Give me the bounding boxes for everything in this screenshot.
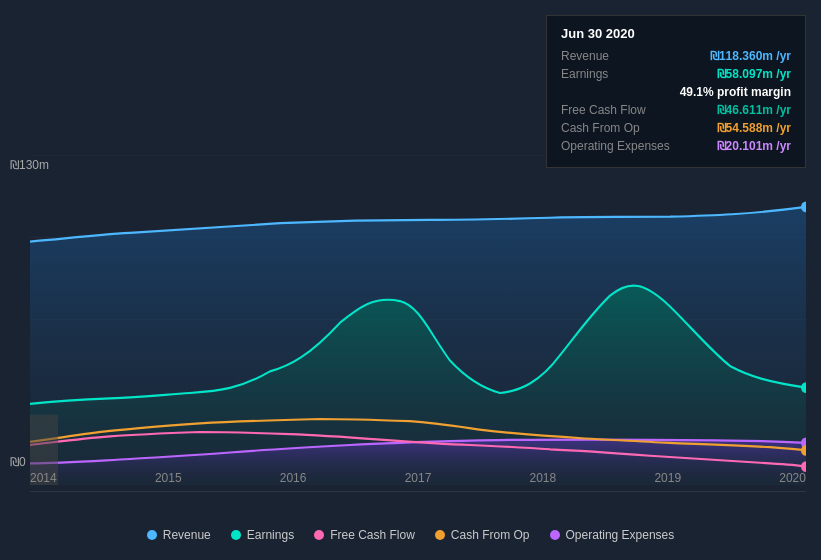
x-label-2016: 2016 bbox=[280, 471, 307, 485]
legend-opex-dot bbox=[550, 530, 560, 540]
tooltip-earnings-label: Earnings bbox=[561, 67, 671, 81]
tooltip-box: Jun 30 2020 Revenue ₪118.360m /yr Earnin… bbox=[546, 15, 806, 168]
x-label-2017: 2017 bbox=[405, 471, 432, 485]
chart-container: Jun 30 2020 Revenue ₪118.360m /yr Earnin… bbox=[0, 0, 821, 560]
tooltip-fcf-value: ₪46.611m /yr bbox=[717, 103, 791, 117]
x-label-2019: 2019 bbox=[654, 471, 681, 485]
tooltip-opex-value: ₪20.101m /yr bbox=[717, 139, 791, 153]
legend-fcf-label: Free Cash Flow bbox=[330, 528, 415, 542]
tooltip-earnings-row: Earnings ₪58.097m /yr bbox=[561, 67, 791, 81]
legend-fcf[interactable]: Free Cash Flow bbox=[314, 528, 415, 542]
y-axis-bottom-label: ₪0 bbox=[10, 455, 26, 469]
legend-earnings[interactable]: Earnings bbox=[231, 528, 294, 542]
tooltip-cashop-row: Cash From Op ₪54.588m /yr bbox=[561, 121, 791, 135]
legend-fcf-dot bbox=[314, 530, 324, 540]
legend-cashop-label: Cash From Op bbox=[451, 528, 530, 542]
legend-earnings-label: Earnings bbox=[247, 528, 294, 542]
legend: Revenue Earnings Free Cash Flow Cash Fro… bbox=[0, 528, 821, 542]
profit-margin-value: 49.1% profit margin bbox=[561, 85, 791, 99]
tooltip-revenue-label: Revenue bbox=[561, 49, 671, 63]
x-label-2020: 2020 bbox=[779, 471, 806, 485]
legend-earnings-dot bbox=[231, 530, 241, 540]
legend-cashop-dot bbox=[435, 530, 445, 540]
x-label-2018: 2018 bbox=[530, 471, 557, 485]
tooltip-title: Jun 30 2020 bbox=[561, 26, 791, 41]
x-label-2014: 2014 bbox=[30, 471, 57, 485]
chart-divider bbox=[30, 491, 806, 492]
tooltip-cashop-value: ₪54.588m /yr bbox=[717, 121, 791, 135]
legend-opex-label: Operating Expenses bbox=[566, 528, 675, 542]
legend-revenue-dot bbox=[147, 530, 157, 540]
x-label-2015: 2015 bbox=[155, 471, 182, 485]
chart-svg bbox=[30, 155, 806, 485]
legend-opex[interactable]: Operating Expenses bbox=[550, 528, 675, 542]
tooltip-cashop-label: Cash From Op bbox=[561, 121, 671, 135]
legend-revenue-label: Revenue bbox=[163, 528, 211, 542]
legend-cashop[interactable]: Cash From Op bbox=[435, 528, 530, 542]
tooltip-revenue-value: ₪118.360m /yr bbox=[710, 49, 791, 63]
tooltip-fcf-label: Free Cash Flow bbox=[561, 103, 671, 117]
tooltip-opex-row: Operating Expenses ₪20.101m /yr bbox=[561, 139, 791, 153]
tooltip-opex-label: Operating Expenses bbox=[561, 139, 671, 153]
chart-area bbox=[30, 155, 806, 485]
tooltip-fcf-row: Free Cash Flow ₪46.611m /yr bbox=[561, 103, 791, 117]
tooltip-revenue-row: Revenue ₪118.360m /yr bbox=[561, 49, 791, 63]
legend-revenue[interactable]: Revenue bbox=[147, 528, 211, 542]
x-axis: 2014 2015 2016 2017 2018 2019 2020 bbox=[30, 471, 806, 485]
tooltip-earnings-value: ₪58.097m /yr bbox=[717, 67, 791, 81]
